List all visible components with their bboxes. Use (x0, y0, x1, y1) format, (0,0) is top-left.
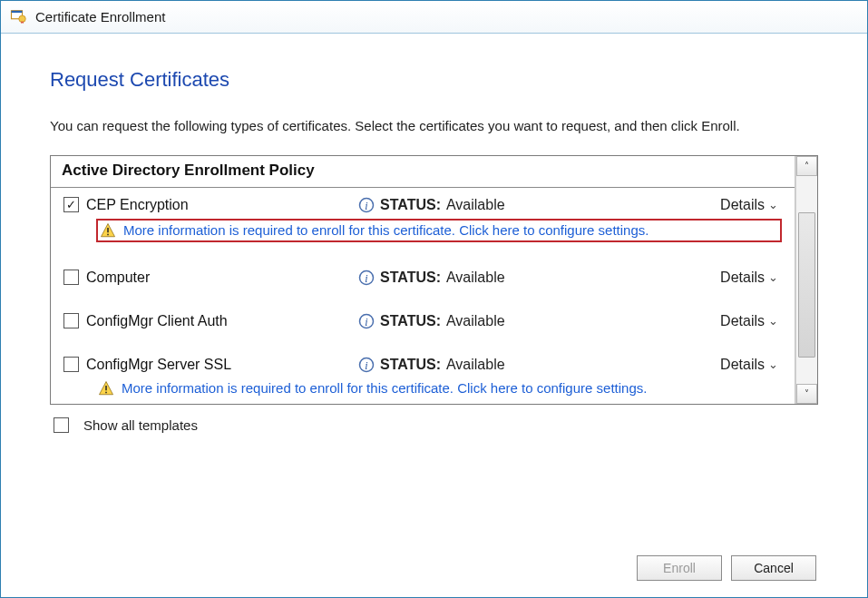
chevron-down-icon: ⌄ (768, 198, 778, 211)
status-label: STATUS: (380, 197, 441, 213)
status-label: STATUS: (380, 357, 441, 373)
status-group: i STATUS: Available (358, 313, 720, 329)
status-value: Available (446, 197, 505, 213)
chevron-down-icon: ⌄ (768, 314, 778, 328)
chevron-down-icon: ⌄ (768, 358, 778, 371)
info-icon: i (358, 313, 375, 329)
svg-rect-1 (12, 11, 23, 13)
cert-row-cep-encryption: CEP Encryption i STATUS: Available Detai… (51, 188, 795, 248)
cert-name: CEP Encryption (86, 197, 358, 213)
cert-checkbox[interactable] (63, 357, 79, 372)
policy-list: Active Directory Enrollment Policy CEP E… (51, 156, 795, 404)
cert-name: ConfigMgr Client Auth (86, 313, 358, 329)
svg-text:i: i (365, 358, 367, 371)
more-info-link[interactable]: More information is required to enroll f… (96, 219, 782, 242)
svg-point-2 (19, 15, 26, 23)
policy-header: Active Directory Enrollment Policy (51, 156, 795, 188)
content-area: Request Certificates You can request the… (1, 34, 867, 597)
show-all-checkbox[interactable] (54, 417, 69, 433)
titlebar: Certificate Enrollment (1, 1, 867, 34)
status-group: i STATUS: Available (358, 357, 720, 373)
cert-name: ConfigMgr Server SSL (86, 357, 358, 373)
svg-text:i: i (365, 199, 367, 211)
window-title: Certificate Enrollment (35, 9, 165, 25)
svg-rect-13 (105, 386, 107, 390)
svg-rect-6 (107, 233, 109, 235)
chevron-down-icon: ⌄ (768, 270, 778, 284)
page-description: You can request the following types of c… (50, 117, 794, 135)
cert-row-configmgr-server-ssl: ConfigMgr Server SSL i STATUS: Available… (51, 348, 795, 404)
scrollbar[interactable]: ˄ ˅ (795, 156, 817, 404)
info-icon: i (358, 197, 375, 213)
scroll-thumb[interactable] (798, 212, 815, 358)
show-all-label: Show all templates (83, 417, 198, 433)
info-icon: i (358, 270, 375, 286)
info-icon: i (358, 357, 375, 373)
status-value: Available (446, 357, 505, 373)
warning-icon (100, 222, 116, 239)
cert-checkbox[interactable] (63, 270, 79, 285)
cert-name: Computer (86, 270, 358, 286)
svg-text:i: i (365, 271, 367, 284)
cert-row-configmgr-client-auth: ConfigMgr Client Auth i STATUS: Availabl… (51, 304, 795, 335)
svg-text:i: i (365, 315, 367, 328)
status-value: Available (446, 313, 505, 329)
status-group: i STATUS: Available (358, 197, 720, 213)
details-toggle[interactable]: Details ⌄ (720, 357, 782, 373)
page-heading: Request Certificates (50, 68, 818, 92)
footer-buttons: Enroll Cancel (50, 541, 818, 581)
scroll-up-button[interactable]: ˄ (796, 156, 817, 176)
svg-rect-5 (107, 228, 109, 232)
status-label: STATUS: (380, 270, 441, 286)
status-group: i STATUS: Available (358, 270, 720, 286)
cancel-button[interactable]: Cancel (731, 555, 816, 581)
cert-checkbox[interactable] (63, 197, 79, 212)
certificate-enrollment-window: Certificate Enrollment Request Certifica… (0, 0, 868, 598)
svg-rect-14 (105, 391, 107, 393)
more-info-link[interactable]: More information is required to enroll f… (96, 378, 782, 398)
details-toggle[interactable]: Details ⌄ (720, 313, 782, 329)
show-all-templates-row: Show all templates (54, 417, 818, 433)
warning-icon (98, 380, 114, 397)
cert-app-icon (10, 7, 26, 26)
scroll-down-button[interactable]: ˅ (796, 384, 817, 404)
scroll-track[interactable] (796, 176, 817, 384)
details-toggle[interactable]: Details ⌄ (720, 197, 782, 213)
details-toggle[interactable]: Details ⌄ (720, 270, 782, 286)
enroll-button[interactable]: Enroll (637, 555, 722, 581)
cert-checkbox[interactable] (63, 313, 79, 328)
cert-row-computer: Computer i STATUS: Available Details ⌄ (51, 260, 795, 291)
policy-panel: Active Directory Enrollment Policy CEP E… (50, 155, 818, 405)
status-value: Available (446, 270, 505, 286)
status-label: STATUS: (380, 313, 441, 329)
